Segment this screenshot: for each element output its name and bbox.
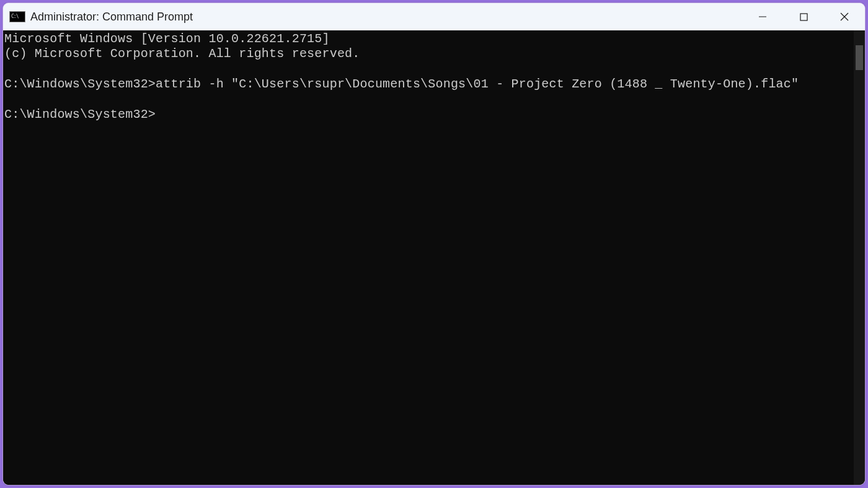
- minimize-icon: [758, 12, 767, 21]
- terminal-area: Microsoft Windows [Version 10.0.22621.27…: [3, 30, 865, 485]
- window-title: Administrator: Command Prompt: [30, 11, 193, 24]
- terminal-output[interactable]: Microsoft Windows [Version 10.0.22621.27…: [3, 30, 854, 485]
- close-icon: [840, 12, 849, 21]
- titlebar[interactable]: C:\ Administrator: Command Prompt: [3, 3, 865, 30]
- maximize-button[interactable]: [783, 3, 824, 30]
- close-button[interactable]: [824, 3, 865, 30]
- maximize-icon: [800, 13, 808, 21]
- command-prompt-window: C:\ Administrator: Command Prompt Mi: [2, 2, 866, 486]
- scrollbar-thumb[interactable]: [856, 45, 863, 70]
- window-controls: [742, 3, 865, 30]
- svg-rect-1: [800, 14, 807, 20]
- minimize-button[interactable]: [742, 3, 783, 30]
- scrollbar[interactable]: [854, 30, 865, 485]
- cmd-icon: C:\: [9, 11, 25, 22]
